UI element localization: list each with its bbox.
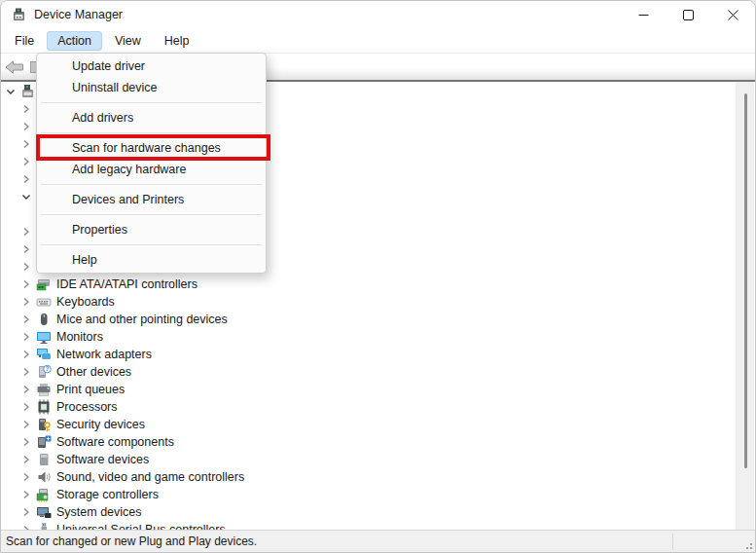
tree-item-label: Mice and other pointing devices [56, 313, 228, 326]
back-arrow-icon[interactable] [5, 59, 24, 75]
software-device-icon [36, 452, 52, 467]
tree-item-other-devices[interactable]: ?Other devices [1, 363, 755, 381]
tree-item-label: Print queues [56, 383, 125, 396]
tree-item-processors[interactable]: Processors [1, 398, 755, 416]
tree-item-system-devices[interactable]: System devices [1, 503, 755, 521]
tree-item-security-devices[interactable]: Security devices [1, 416, 755, 433]
tree-item-label: Software devices [56, 453, 149, 466]
menu-item-uninstall-device[interactable]: Uninstall device [37, 77, 266, 98]
chevron-collapsed-icon[interactable] [18, 101, 34, 117]
device-manager-window: Device Manager FileActionViewHelp IDE AT… [0, 0, 756, 553]
menu-item-add-drivers[interactable]: Add drivers [37, 107, 266, 129]
menu-item-devices-and-printers[interactable]: Devices and Printers [37, 189, 266, 210]
system-icon [36, 504, 52, 520]
chevron-collapsed-icon[interactable] [18, 469, 34, 485]
chevron-collapsed-icon[interactable] [18, 154, 34, 169]
processor-icon [36, 399, 52, 415]
chevron-none-icon [18, 206, 34, 222]
window-title: Device Manager [34, 8, 123, 21]
chevron-collapsed-icon[interactable] [18, 136, 34, 152]
tree-item-network-adapters[interactable]: Network adapters [1, 346, 755, 363]
action-menu-dropdown: Update driverUninstall deviceAdd drivers… [36, 53, 267, 274]
chevron-collapsed-icon[interactable] [18, 504, 34, 520]
window-controls [621, 1, 755, 28]
chevron-collapsed-icon[interactable] [18, 171, 34, 187]
chevron-collapsed-icon[interactable] [18, 452, 34, 467]
maximize-icon [683, 10, 694, 20]
chevron-collapsed-icon[interactable] [18, 241, 34, 257]
menu-item-properties[interactable]: Properties [37, 219, 266, 240]
tree-item-mice-and-other-pointing-devices[interactable]: Mice and other pointing devices [1, 311, 755, 328]
computer-icon [20, 84, 36, 99]
menu-item-help[interactable]: Help [37, 249, 266, 271]
menu-item-scan-for-hardware-changes[interactable]: Scan for hardware changes [37, 137, 266, 159]
tree-item-label: Software components [56, 435, 174, 449]
menubar-item-help[interactable]: Help [154, 31, 200, 51]
tree-item-keyboards[interactable]: Keyboards [1, 293, 755, 311]
network-icon [36, 347, 52, 362]
statusbar: Scan for changed or new Plug and Play de… [1, 530, 755, 552]
chevron-collapsed-icon[interactable] [18, 487, 34, 502]
menu-separator [37, 240, 266, 249]
tree-item-software-devices[interactable]: Software devices [1, 451, 755, 468]
sound-icon [36, 469, 52, 485]
menu-separator [37, 98, 266, 107]
device-manager-icon [11, 7, 26, 22]
chevron-collapsed-icon[interactable] [18, 522, 34, 530]
software-component-icon [36, 434, 52, 450]
menu-separator [37, 180, 266, 189]
chevron-expanded-icon[interactable] [18, 189, 34, 204]
tree-item-storage-controllers[interactable]: Storage controllers [1, 486, 755, 503]
menubar: FileActionViewHelp [1, 28, 755, 54]
tree-item-label: Universal Serial Bus controllers [56, 523, 226, 530]
chevron-collapsed-icon[interactable] [18, 347, 34, 362]
storage-icon [36, 487, 52, 502]
menu-item-add-legacy-hardware[interactable]: Add legacy hardware [37, 159, 266, 180]
chevron-collapsed-icon[interactable] [18, 259, 34, 275]
maximize-button[interactable] [666, 1, 710, 28]
tree-item-universal-serial-bus-controllers[interactable]: Universal Serial Bus controllers [1, 521, 755, 530]
scrollbar-thumb[interactable] [744, 93, 747, 468]
close-button[interactable] [710, 1, 755, 28]
menubar-item-action[interactable]: Action [47, 31, 102, 51]
chevron-collapsed-icon[interactable] [18, 399, 34, 415]
tree-item-label: IDE ATA/ATAPI controllers [56, 277, 198, 291]
tree-item-ide-ata-atapi-controllers[interactable]: IDE ATA/ATAPI controllers [1, 276, 755, 293]
chevron-collapsed-icon[interactable] [18, 382, 34, 397]
tree-item-label: System devices [56, 505, 142, 519]
tree-item-label: Storage controllers [56, 488, 159, 501]
chevron-collapsed-icon[interactable] [18, 417, 34, 432]
tree-item-print-queues[interactable]: Print queues [1, 381, 755, 398]
tree-item-monitors[interactable]: Monitors [1, 328, 755, 346]
tree-item-label: Network adapters [56, 348, 152, 361]
other-icon: ? [36, 364, 52, 380]
tree-item-label: Sound, video and game controllers [56, 470, 244, 484]
chevron-collapsed-icon[interactable] [18, 224, 34, 240]
menubar-item-file[interactable]: File [4, 31, 45, 51]
chevron-expanded-icon[interactable] [3, 84, 18, 99]
chevron-collapsed-icon[interactable] [18, 329, 34, 345]
tree-item-sound-video-and-game-controllers[interactable]: Sound, video and game controllers [1, 468, 755, 486]
keyboard-icon [36, 294, 52, 310]
chevron-collapsed-icon[interactable] [18, 119, 34, 134]
tree-item-software-components[interactable]: Software components [1, 433, 755, 451]
vertical-scrollbar[interactable] [736, 82, 754, 530]
printer-icon [36, 382, 52, 397]
svg-text:?: ? [46, 365, 50, 372]
chevron-collapsed-icon[interactable] [18, 276, 34, 292]
chevron-collapsed-icon[interactable] [18, 294, 34, 310]
chevron-collapsed-icon[interactable] [18, 434, 34, 450]
menubar-item-view[interactable]: View [104, 31, 152, 51]
security-icon [36, 417, 52, 432]
tree-item-label: Other devices [56, 365, 131, 379]
chevron-collapsed-icon[interactable] [18, 364, 34, 380]
status-text: Scan for changed or new Plug and Play de… [6, 535, 257, 548]
resize-grip-icon[interactable] [741, 538, 753, 550]
tree-item-label: Security devices [56, 418, 145, 431]
minimize-button[interactable] [621, 1, 666, 28]
menu-item-update-driver[interactable]: Update driver [37, 55, 266, 77]
titlebar: Device Manager [1, 1, 755, 28]
chevron-collapsed-icon[interactable] [18, 312, 34, 327]
mouse-icon [36, 312, 52, 327]
tree-item-label: Keyboards [56, 295, 115, 309]
